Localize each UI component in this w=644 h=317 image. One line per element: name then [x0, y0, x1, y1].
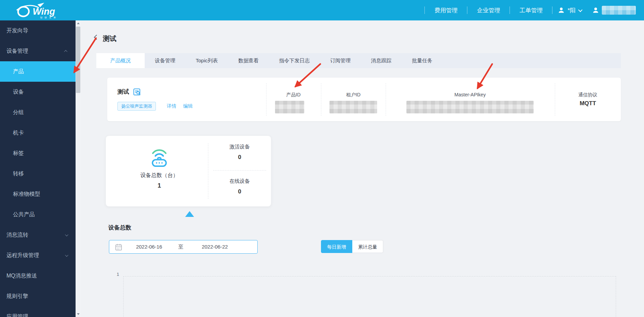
sidebar-item-transfer[interactable]: 转移 — [0, 163, 76, 184]
second-account-chip[interactable] — [587, 6, 641, 15]
tab-device-mgmt[interactable]: 设备管理 — [145, 53, 186, 68]
sidebar-item-label: 标签 — [13, 150, 24, 157]
online-value: 0 — [213, 188, 266, 195]
sidebar-item-device-mgmt[interactable]: 设备管理 — [0, 41, 76, 61]
current-user-chip[interactable]: *阳 — [552, 6, 587, 14]
date-start[interactable]: 2022-06-16 — [124, 244, 175, 250]
sidebar-item-label: 消息流转 — [6, 232, 28, 239]
sidebar-item-label: 机卡 — [13, 129, 24, 137]
sidebar-item-label: 设备管理 — [6, 48, 28, 55]
tab-subscribe-mgmt[interactable]: 订阅管理 — [320, 53, 361, 68]
card-pointer-triangle-icon — [185, 211, 194, 217]
chevron-down-icon — [65, 253, 68, 257]
card-divider — [555, 83, 555, 116]
date-end[interactable]: 2022-06-22 — [189, 244, 240, 250]
sidebar-item-label: 开发向导 — [6, 27, 28, 34]
toggle-daily-button[interactable]: 每日新增 — [321, 240, 352, 253]
product-info-card: 测试 扬尘噪声监测器 详情 编辑 产品ID 租户ID Master-APIkey… — [107, 78, 621, 121]
product-id-field: 产品ID — [270, 92, 317, 98]
topbar-menu-workorder[interactable]: 工单管理 — [510, 6, 552, 14]
sidebar-item-label: 设备 — [13, 89, 24, 96]
calendar-icon — [115, 243, 122, 251]
sidebar-item-label: 应用管理 — [6, 313, 28, 317]
back-icon[interactable] — [94, 35, 99, 40]
sidebar-item-label: MQ消息推送 — [6, 272, 37, 280]
sidebar-item-message-flow[interactable]: 消息流转 — [0, 225, 76, 245]
tenant-id-label: 租户ID — [329, 92, 377, 98]
device-total-value: 1 — [118, 182, 200, 189]
protocol-value: MQTT — [561, 100, 615, 107]
sidebar-item-label: 分组 — [13, 109, 24, 116]
edit-link[interactable]: 编辑 — [183, 103, 193, 109]
online-label: 在线设备 — [213, 178, 266, 185]
tab-bar: 产品概况设备管理Topic列表数据查看指令下发日志订阅管理消息跟踪批量任务 — [96, 53, 621, 68]
product-id-redacted-value — [275, 101, 304, 113]
topbar-menu: 费用管理企业管理工单管理 — [424, 6, 552, 14]
tenant-id-redacted-value — [329, 101, 377, 113]
chevron-up-icon — [64, 50, 67, 53]
topbar-menu-billing[interactable]: 费用管理 — [425, 6, 467, 14]
scrollbar-thumb[interactable] — [76, 27, 80, 93]
sidebar-item-rule-engine[interactable]: 规则引擎 — [0, 286, 76, 306]
chart-y-tick: 1 — [112, 272, 119, 277]
brand-name: Wing — [33, 6, 55, 17]
sidebar-item-sim-card[interactable]: 机卡 — [0, 123, 76, 143]
sidebar-item-product[interactable]: 产品 — [0, 61, 76, 82]
sidebar-item-label: 转移 — [13, 170, 24, 177]
topbar: Wing 智联未来 费用管理企业管理工单管理 *阳 — [0, 0, 644, 20]
activated-value: 0 — [213, 154, 266, 161]
scrollbar-up-button[interactable] — [76, 20, 81, 26]
device-wifi-icon — [150, 147, 168, 167]
sidebar-item-standard-model[interactable]: 标准物模型 — [0, 184, 76, 204]
product-id-label: 产品ID — [270, 92, 317, 98]
card-divider — [386, 83, 386, 116]
sidebar-item-device[interactable]: 设备 — [0, 82, 76, 102]
apikey-field: Master-APIkey — [443, 92, 497, 97]
product-type-tag: 扬尘噪声监测器 — [117, 102, 156, 111]
apikey-redacted-value — [406, 101, 534, 113]
sidebar-item-label: 规则引擎 — [6, 293, 28, 300]
toggle-cumulative-button[interactable]: 累计总量 — [352, 240, 383, 253]
device-total-label: 设备总数（台） — [118, 172, 200, 179]
protocol-label: 通信协议 — [561, 92, 615, 98]
brand-logo: Wing 智联未来 — [15, 2, 76, 19]
sidebar-item-remote-upgrade[interactable]: 远程升级管理 — [0, 245, 76, 266]
stats-divider — [208, 143, 208, 199]
tab-topic-list[interactable]: Topic列表 — [186, 53, 228, 68]
detail-link[interactable]: 详情 — [167, 103, 176, 109]
sidebar-item-label: 公共产品 — [13, 211, 35, 218]
tab-overview[interactable]: 产品概况 — [96, 53, 145, 68]
tenant-id-field: 租户ID — [329, 92, 377, 98]
protocol-field: 通信协议 — [561, 92, 615, 98]
page-title: 测试 — [103, 34, 116, 43]
user-name: *阳 — [567, 6, 576, 14]
chevron-down-icon — [65, 233, 68, 236]
sidebar-item-public-product[interactable]: 公共产品 — [0, 204, 76, 225]
sidebar-item-app-mgmt[interactable]: 应用管理 — [0, 306, 76, 317]
tab-message-trace[interactable]: 消息跟踪 — [361, 53, 402, 68]
card-divider — [321, 83, 321, 116]
tab-data-view[interactable]: 数据查看 — [228, 53, 269, 68]
triangle-up-icon — [77, 22, 80, 24]
sidebar-item-mq-push[interactable]: MQ消息推送 — [0, 266, 76, 286]
activated-devices-stat: 激活设备 0 — [213, 144, 266, 161]
activated-label: 激活设备 — [213, 144, 266, 150]
scrollbar-down-button[interactable] — [76, 311, 81, 317]
topbar-right: 费用管理企业管理工单管理 *阳 — [424, 0, 641, 20]
date-range-picker[interactable]: 2022-06-16 至 2022-06-22 — [109, 240, 258, 254]
sidebar-scrollbar[interactable] — [76, 20, 81, 317]
chevron-down-icon — [578, 7, 583, 12]
tab-batch-task[interactable]: 批量任务 — [402, 53, 442, 68]
chart-plot-area — [123, 276, 616, 317]
brand-tagline: 智联未来 — [40, 16, 58, 19]
sidebar: 开发向导设备管理产品设备分组机卡标签转移标准物模型公共产品消息流转远程升级管理M… — [0, 20, 76, 317]
chart-mode-toggle: 每日新增 累计总量 — [321, 240, 383, 253]
doc-search-icon[interactable] — [133, 88, 141, 96]
tab-command-log[interactable]: 指令下发日志 — [269, 53, 320, 68]
sidebar-item-tag[interactable]: 标签 — [0, 143, 76, 163]
sidebar-item-label: 产品 — [13, 68, 24, 75]
sidebar-item-group[interactable]: 分组 — [0, 102, 76, 123]
topbar-menu-enterprise[interactable]: 企业管理 — [467, 6, 510, 14]
sidebar-item-dev-wizard[interactable]: 开发向导 — [0, 20, 76, 41]
annotation-arrows — [0, 0, 644, 317]
